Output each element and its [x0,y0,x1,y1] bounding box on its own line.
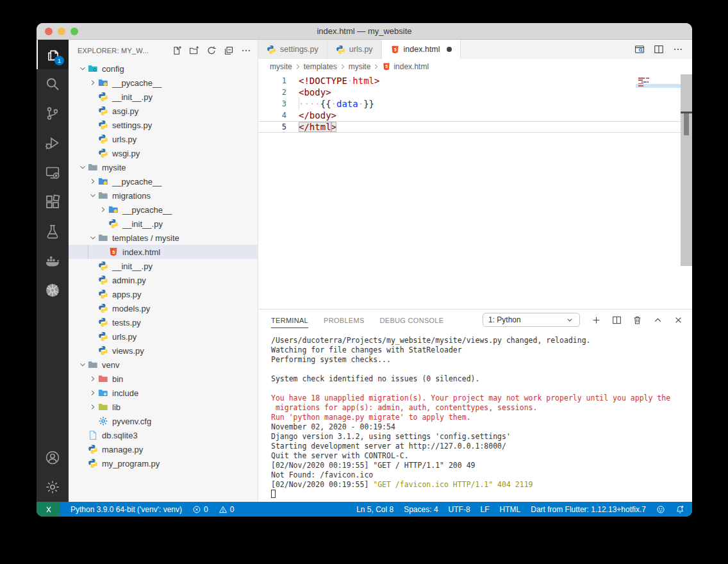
file-tree: config__pycache____init__.pyasgi.pysetti… [69,62,258,502]
chevron-right-icon[interactable] [88,402,98,412]
activity-item-testing[interactable] [37,217,69,246]
scrollbar-thumb[interactable] [684,113,689,135]
tree-item--init-py[interactable]: __init__.py [69,90,258,104]
tree-item-tests-py[interactable]: tests.py [69,315,258,329]
code-line[interactable]: 5</html> [258,121,692,133]
panel-tab-problems[interactable]: PROBLEMS [324,312,365,328]
code-line[interactable]: 4</body> [258,110,692,121]
chevron-right-icon[interactable] [88,374,98,384]
status-encoding[interactable]: UTF-8 [449,505,470,514]
editor-scrollbar[interactable] [681,74,692,266]
maximize-panel-icon[interactable] [653,315,663,325]
editor[interactable]: 1<!DOCTYPE·html>2<body>3····{{·data·}}4<… [258,74,692,309]
code-line[interactable]: 2<body> [258,87,692,98]
status-remote-indicator[interactable] [37,502,60,517]
tree-item--pycache-[interactable]: __pycache__ [69,174,258,188]
tree-item--init-py[interactable]: __init__.py [69,217,258,231]
status-language-mode[interactable]: HTML [500,505,521,514]
chevron-right-icon[interactable] [88,388,98,398]
collapse-folders-icon[interactable] [224,46,234,56]
activity-item-run-and-debug[interactable] [37,128,69,158]
terminal-selector[interactable]: 1: Python [483,313,580,327]
split-editor-icon[interactable] [654,44,664,54]
views-and-more-actions-icon[interactable] [241,46,251,56]
new-file-icon[interactable] [172,46,182,56]
tab-urls-py[interactable]: urls.py [327,40,382,59]
tree-item-urls-py[interactable]: urls.py [69,329,258,344]
tree-item-wsgi-py[interactable]: wsgi.py [69,146,258,160]
status-end-of-line[interactable]: LF [481,505,490,514]
chevron-down-icon[interactable] [78,162,88,172]
tree-item-templates-mysite[interactable]: templates / mysite [69,231,258,245]
chevron-right-icon[interactable] [88,78,98,88]
chevron-down-icon[interactable] [78,63,88,74]
tree-item-db-sqlite3[interactable]: db.sqlite3 [69,428,258,442]
panel-tab-terminal[interactable]: TERMINAL [271,312,308,328]
tree-item-settings-py[interactable]: settings.py [69,118,258,132]
activity-item-extensions[interactable] [37,187,69,217]
more-actions-icon[interactable] [673,44,683,54]
activity-item-manage[interactable] [37,472,69,502]
tree-item--init-py[interactable]: __init__.py [69,259,258,273]
status-python-interpreter[interactable]: Python 3.9.0 64-bit ('venv': venv) [70,505,182,514]
kill-terminal-icon[interactable] [633,315,642,325]
chevron-down-icon[interactable] [88,190,98,201]
open-preview-icon[interactable] [634,44,645,54]
breadcrumb-item[interactable]: 5index.html [382,62,429,71]
tree-item-bin[interactable]: bin [69,372,258,386]
minimap[interactable] [636,76,681,104]
tree-item-models-py[interactable]: models.py [69,301,258,315]
status-indentation[interactable]: Spaces: 4 [404,505,438,514]
terminal-output[interactable]: /Users/ducoterra/Projects/my_website/mys… [258,330,692,502]
tree-item-pyvenv-cfg[interactable]: pyvenv.cfg [69,414,258,428]
tree-item-manage-py[interactable]: manage.py [69,442,258,456]
code-line[interactable]: 1<!DOCTYPE·html> [258,75,692,87]
tree-item-migrations[interactable]: migrations [69,188,258,203]
activity-item-docker[interactable] [37,246,69,276]
tree-item-lib[interactable]: lib [69,400,258,414]
tree-item-urls-py[interactable]: urls.py [69,132,258,146]
tree-item-venv[interactable]: venv [69,358,258,372]
activity-item-search[interactable] [37,69,69,99]
chevron-right-icon[interactable] [88,176,98,187]
tree-item-admin-py[interactable]: admin.py [69,273,258,287]
tree-item-include[interactable]: include [69,386,258,400]
status-notifications[interactable] [675,505,684,514]
breadcrumb-item[interactable]: mysite [349,62,371,71]
status-cursor-position[interactable]: Ln 5, Col 8 [356,505,393,514]
code-line[interactable]: 3····{{·data·}} [258,98,692,110]
tree-item-mysite[interactable]: mysite [69,160,258,174]
close-panel-icon[interactable] [674,315,683,325]
chevron-right-icon[interactable] [98,204,108,215]
tree-item-my-program-py[interactable]: my_program.py [69,456,258,470]
tree-item--pycache-[interactable]: __pycache__ [69,203,258,217]
status-problems-errors[interactable]: 0 [192,505,208,514]
tree-item-asgi-py[interactable]: asgi.py [69,104,258,118]
new-folder-icon[interactable] [189,46,199,56]
tree-item-index-html[interactable]: 5index.html [69,245,258,259]
activity-item-remote-explorer[interactable] [37,158,69,187]
chevron-down-icon[interactable] [78,360,88,370]
tree-item-views-py[interactable]: views.py [69,344,258,358]
python-icon [108,219,119,229]
tree-item-apps-py[interactable]: apps.py [69,287,258,301]
refresh-explorer-icon[interactable] [206,46,217,56]
status-dart-flutter-version[interactable]: Dart from Flutter: 1.12.13+hotfix.7 [531,505,646,514]
status-feedback[interactable] [656,505,665,514]
activity-item-source-control[interactable] [37,99,69,128]
new-terminal-icon[interactable] [592,315,601,325]
tab-settings-py[interactable]: settings.py [258,40,327,59]
activity-item-kubernetes[interactable] [37,276,69,305]
modified-dot[interactable] [447,47,452,52]
split-terminal-icon[interactable] [612,315,622,325]
chevron-down-icon[interactable] [88,233,98,243]
status-problems-warnings[interactable]: 0 [219,505,235,514]
breadcrumb-item[interactable]: mysite [270,62,292,71]
breadcrumb-item[interactable]: templates [304,62,337,71]
activity-item-explorer[interactable]: 1 [37,40,69,69]
panel-tab-debug-console[interactable]: DEBUG CONSOLE [380,312,444,328]
tree-item-config[interactable]: config [69,62,258,76]
activity-item-accounts[interactable] [37,443,69,472]
tree-item--pycache-[interactable]: __pycache__ [69,76,258,90]
tab-index-html[interactable]: 5index.html [382,40,461,59]
